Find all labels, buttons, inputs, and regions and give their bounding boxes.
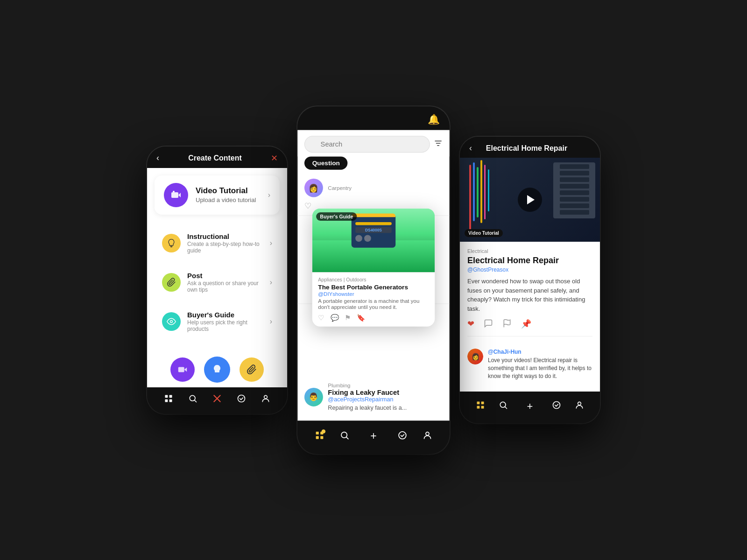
article-actions: ❤ 📌 [467,319,592,336]
carpentry-category: Carpentry [328,185,352,191]
screen-1: Video Tutorial Upload a video tutorial › [147,168,287,387]
search-icon-nav-1 [188,394,197,403]
svg-rect-22 [316,431,319,434]
check-circle-icon-2 [397,430,407,440]
buyers-guide-icon [162,312,181,331]
close-icon-nav [212,394,222,403]
video-badge: Video Tutorial [465,229,503,237]
tab-question[interactable]: Question [304,156,348,169]
nav-search-1[interactable] [188,394,197,406]
fc-bookmark[interactable]: 🔖 [357,314,365,322]
article-category: Electrical [467,248,592,254]
svg-rect-10 [169,395,172,398]
phone-create-content: ‹ Create Content ✕ Video Tutorial Upload… [147,147,287,414]
paperclip-icon-float [247,364,257,375]
svg-rect-11 [165,399,168,402]
screen-2: 🔍 Question 👩 [297,130,450,420]
fc-actions: ♡ 💬 ⚑ 🔖 [318,314,429,322]
search-icon-nav-3 [499,400,508,410]
nav-user-1[interactable] [261,394,270,406]
nav-feed-3[interactable] [476,400,485,412]
float-bulb-icon [204,357,230,383]
comment-username: @ChaJi-Hun [488,349,592,355]
lightbulb-icon-float [211,364,223,375]
fc-comment[interactable]: 💬 [331,314,339,322]
play-button[interactable] [518,188,542,212]
filter-button[interactable] [434,139,443,150]
buyers-guide-sub: Help users pick the right products [187,319,263,332]
video-icon [164,183,188,207]
nav-user-3[interactable] [575,400,584,412]
svg-line-27 [346,437,348,439]
svg-rect-34 [481,406,484,409]
plumbing-desc: Repairing a leaky faucet is a... [328,404,407,411]
instructional-icon [162,234,181,252]
comment-btn-article[interactable] [484,319,493,330]
comment-body: Love your videos! Electrical repair is s… [488,357,592,380]
feed-item-header-carpentry: 👩 Carpentry [304,178,443,197]
nav-check-3[interactable] [552,400,561,412]
plumbing-category: Plumbing [328,382,407,388]
close-button-1[interactable]: ✕ [271,153,278,163]
chevron-right-icon: › [268,191,270,199]
content-list: Instructional Create a step-by-step how-… [147,222,287,347]
nav-plus-btn-2[interactable]: + [365,427,382,445]
instructional-label: Instructional [187,232,263,240]
svg-point-26 [341,432,347,437]
list-item-post[interactable]: Post Ask a question or share your own ti… [155,265,280,300]
nav-user-2[interactable] [423,430,432,442]
back-button-1[interactable]: ‹ [156,153,159,163]
nav-check-2[interactable] [397,430,407,442]
fc-flag[interactable]: ⚑ [345,314,351,322]
buyers-guide-label: Buyer's Guide [187,311,263,319]
search-wrap: 🔍 [304,136,430,153]
notification-bell[interactable]: 🔔 [428,113,440,125]
tab-row: Question [297,156,450,174]
avatar-carpentry: 👩 [304,178,323,197]
svg-rect-0 [171,192,178,198]
nav-feed-2[interactable] [315,430,324,442]
svg-line-14 [195,400,197,402]
feed-item-header-plumbing: 👨 Plumbing Fixing a Leaky Faucet @acePro… [304,382,443,411]
page-title-3: Electrical Home Repair [486,144,567,153]
svg-rect-31 [477,402,480,405]
list-item-buyers-guide[interactable]: Buyer's Guide Help users pick the right … [155,304,280,339]
fc-like[interactable]: ♡ [318,314,324,322]
video-tutorial-card[interactable]: Video Tutorial Upload a video tutorial › [155,175,280,215]
like-btn-carpentry[interactable]: ♡ [304,201,311,210]
comment-item: 👩 @ChaJi-Hun Love your videos! Electrica… [467,344,592,385]
article-desc: Ever wondered how to swap out those old … [467,277,592,313]
video-tutorial-title: Video Tutorial [196,186,261,196]
svg-rect-32 [481,402,484,405]
svg-rect-33 [477,406,480,409]
lightbulb-icon [167,238,176,248]
like-btn-article[interactable]: ❤ [467,319,474,330]
nav-plus-btn-3[interactable]: + [521,398,538,415]
plumbing-meta: Plumbing Fixing a Leaky Faucet @aceProje… [328,382,407,411]
back-button-3[interactable]: ‹ [469,143,472,153]
nav-close-1[interactable] [212,394,222,406]
fc-desc: A portable generator is a machine that y… [318,298,429,309]
article-hero: Video Tutorial [460,158,600,242]
nav-search-2[interactable] [340,430,350,442]
breaker-box [553,162,595,218]
filter-icon [434,139,443,147]
comment-avatar: 👩 [467,349,483,364]
post-label: Post [187,272,263,280]
check-circle-icon-1 [237,394,246,403]
floating-card-badge: Buyer's Guide [316,212,357,221]
camera-plus-icon [170,189,182,201]
article-content: Electrical Electrical Home Repair @Ghost… [460,242,600,391]
search-input[interactable] [304,136,430,153]
flag-btn-article[interactable] [502,319,512,330]
nav-check-1[interactable] [237,394,246,406]
nav-feed-1[interactable] [164,394,173,406]
nav-search-3[interactable] [499,400,508,412]
svg-rect-12 [169,399,172,402]
pin-btn-article[interactable]: 📌 [521,319,531,330]
svg-point-28 [399,431,406,439]
chevron-right-icon-2: › [270,239,272,247]
feed-icon-1 [164,394,173,403]
phone-search-feed: 🔔 🔍 Question [297,106,450,454]
list-item-instructional[interactable]: Instructional Create a step-by-step how-… [155,226,280,260]
